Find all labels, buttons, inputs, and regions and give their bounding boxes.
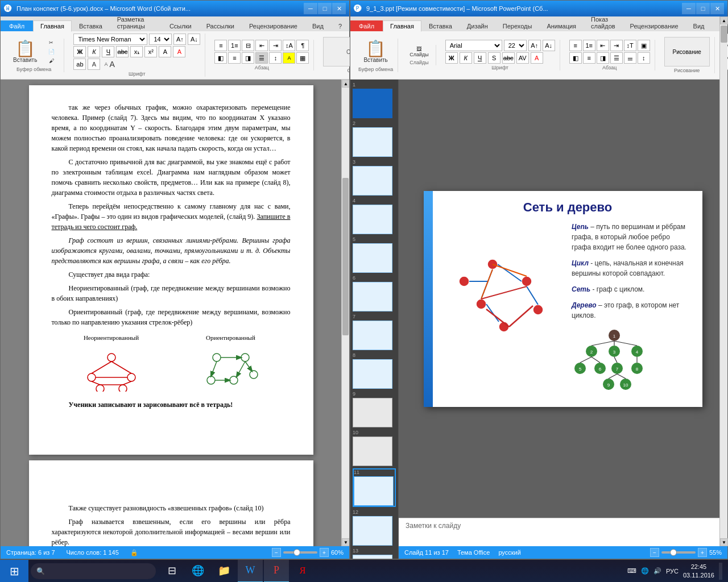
- ppt-tab-home[interactable]: Главная: [383, 20, 421, 32]
- word-increase-indent-btn[interactable]: ⇥: [269, 40, 282, 51]
- ppt-maximize-btn[interactable]: □: [696, 3, 710, 14]
- ppt-spacing-btn[interactable]: AV: [516, 52, 529, 64]
- ppt-font-color-btn[interactable]: A: [531, 52, 543, 64]
- word-tab-view[interactable]: Вид: [305, 20, 331, 31]
- word-multilevel-btn[interactable]: ⊟: [242, 40, 254, 51]
- ppt-decrease-font-btn[interactable]: A↓: [543, 40, 555, 51]
- word-strikethrough-btn[interactable]: abc: [116, 46, 129, 57]
- word-justify-btn[interactable]: ☰: [255, 52, 268, 64]
- ppt-tab-animation[interactable]: Анимация: [539, 20, 584, 31]
- word-font-size-select[interactable]: 14: [149, 34, 172, 45]
- ppt-new-slide-btn[interactable]: 🖼 Слайды: [407, 45, 431, 59]
- ppt-scrollbar-v[interactable]: ▲ ▼: [719, 80, 727, 546]
- ppt-tab-design[interactable]: Дизайн: [460, 20, 495, 31]
- word-tab-file[interactable]: Файл: [1, 20, 33, 31]
- ppt-zoom-in-btn[interactable]: +: [698, 548, 707, 557]
- word-scroll-up-btn[interactable]: ▲: [342, 80, 349, 88]
- slide-thumb-9[interactable]: 9: [353, 391, 396, 427]
- word-maximize-btn[interactable]: □: [318, 3, 332, 14]
- word-show-para-btn[interactable]: ¶: [296, 40, 309, 51]
- word-minimize-btn[interactable]: ─: [304, 3, 317, 14]
- slide-thumb-3[interactable]: 3: [353, 159, 396, 196]
- slide-thumb-13[interactable]: 13: [353, 548, 396, 559]
- slide-thumb-5[interactable]: 5: [353, 236, 396, 273]
- word-line-spacing-btn[interactable]: ↕: [269, 52, 282, 64]
- taskbar-app-edge[interactable]: 🌐: [185, 560, 210, 583]
- word-close-btn[interactable]: ✕: [332, 3, 346, 14]
- ppt-paste-btn[interactable]: 📋 Вставить: [359, 39, 392, 65]
- ppt-tab-transitions[interactable]: Переходы: [495, 20, 540, 31]
- word-sort-btn[interactable]: ↕A: [283, 40, 295, 51]
- word-scrollbar-v[interactable]: ▲ ▼: [341, 80, 349, 546]
- ppt-justify-btn[interactable]: ☰: [610, 52, 623, 64]
- ppt-tab-insert[interactable]: Вставка: [421, 20, 460, 31]
- ppt-tab-view[interactable]: Вид: [686, 20, 712, 31]
- ppt-convert-btn[interactable]: ▣: [638, 40, 650, 51]
- taskbar-app-cortana[interactable]: ⊟: [159, 560, 184, 583]
- word-zoom-track[interactable]: [283, 551, 317, 554]
- slide-thumb-6[interactable]: 6: [353, 275, 396, 311]
- start-button[interactable]: ⊞: [0, 560, 28, 583]
- word-scroll-track[interactable]: [342, 88, 349, 538]
- word-tab-layout[interactable]: Разметка страницы: [110, 14, 162, 31]
- word-bold-btn[interactable]: Ж: [73, 46, 86, 57]
- word-paste-btn[interactable]: 📋 Вставить: [9, 39, 42, 65]
- taskbar-app-word[interactable]: W: [238, 560, 263, 583]
- taskbar-show-desktop-btn[interactable]: [719, 563, 722, 580]
- word-tab-insert[interactable]: Вставка: [72, 20, 110, 31]
- word-tab-refs[interactable]: Ссылки: [162, 20, 199, 31]
- word-tab-mailings[interactable]: Рассылки: [199, 20, 242, 31]
- ppt-decrease-indent-btn[interactable]: ⇤: [597, 40, 609, 51]
- ppt-notes-area[interactable]: Заметки к слайду: [399, 518, 727, 546]
- word-align-right-btn[interactable]: ◨: [242, 52, 254, 64]
- ppt-tab-slideshow[interactable]: Показ слайдов: [584, 14, 623, 31]
- word-font-color-btn[interactable]: A: [88, 59, 100, 70]
- word-numbering-btn[interactable]: 1≡: [228, 40, 241, 51]
- slide-thumb-1[interactable]: 1: [353, 82, 396, 118]
- word-tab-home[interactable]: Главная: [33, 20, 72, 32]
- ppt-direction-btn[interactable]: ↕T: [624, 40, 636, 51]
- word-scroll-thumb[interactable]: [342, 178, 349, 336]
- word-shading-btn[interactable]: A: [283, 52, 295, 64]
- taskbar-app-yandex[interactable]: Я: [290, 560, 315, 583]
- slide-thumb-8[interactable]: 8: [353, 352, 396, 389]
- ppt-bullets-btn[interactable]: ≡: [569, 40, 582, 51]
- word-zoom-thumb[interactable]: [293, 549, 300, 556]
- ppt-shadow-btn[interactable]: S: [488, 52, 500, 64]
- word-italic-btn[interactable]: К: [88, 46, 100, 57]
- ppt-increase-font-btn[interactable]: A↑: [528, 40, 541, 51]
- word-tab-review[interactable]: Рецензирование: [242, 20, 305, 31]
- ppt-line-spacing-btn[interactable]: ↕: [638, 52, 650, 64]
- ppt-columns-btn[interactable]: ⚌: [624, 52, 636, 64]
- word-superscript-btn[interactable]: x²: [144, 46, 157, 57]
- ppt-align-left-btn[interactable]: ◧: [569, 52, 582, 64]
- ppt-tab-file[interactable]: Файл: [350, 20, 383, 31]
- word-scroll-down-btn[interactable]: ▼: [342, 538, 349, 546]
- word-align-center-btn[interactable]: ≡: [228, 52, 241, 64]
- slide-thumb-11[interactable]: 11: [353, 468, 396, 507]
- word-increase-font-btn[interactable]: A↑: [173, 34, 186, 45]
- word-clear-format-btn[interactable]: A: [159, 46, 171, 57]
- ppt-minimize-btn[interactable]: ─: [682, 3, 696, 14]
- ppt-increase-indent-btn[interactable]: ⇥: [610, 40, 623, 51]
- word-decrease-font-btn[interactable]: A↓: [188, 34, 200, 45]
- ppt-scroll-down-btn[interactable]: ▼: [720, 538, 727, 546]
- ppt-strikethrough-btn[interactable]: abc: [502, 52, 515, 64]
- word-decrease-indent-btn[interactable]: ⇤: [255, 40, 268, 51]
- word-font-name-select[interactable]: Times New Roman: [73, 34, 147, 45]
- slide-thumb-4[interactable]: 4: [353, 198, 396, 234]
- word-copy-btn[interactable]: 📄: [43, 48, 59, 56]
- taskbar-search[interactable]: 🔍: [31, 563, 156, 579]
- word-zoom-out-btn[interactable]: −: [272, 548, 281, 557]
- word-align-left-btn[interactable]: ◧: [214, 52, 227, 64]
- word-underline-btn[interactable]: Ч: [102, 46, 114, 57]
- ppt-font-name-select[interactable]: Arial: [445, 40, 502, 51]
- slide-thumb-12[interactable]: 12: [353, 509, 396, 546]
- word-zoom-in-btn[interactable]: +: [320, 548, 329, 557]
- word-text-color-btn[interactable]: A: [173, 46, 185, 57]
- taskbar-app-ppt[interactable]: P: [264, 560, 289, 583]
- ppt-tab-review[interactable]: Рецензирование: [623, 20, 686, 31]
- word-cut-btn[interactable]: ✂: [43, 39, 59, 47]
- ppt-align-right-btn[interactable]: ◨: [597, 52, 609, 64]
- ppt-underline-btn[interactable]: Ч: [474, 52, 486, 64]
